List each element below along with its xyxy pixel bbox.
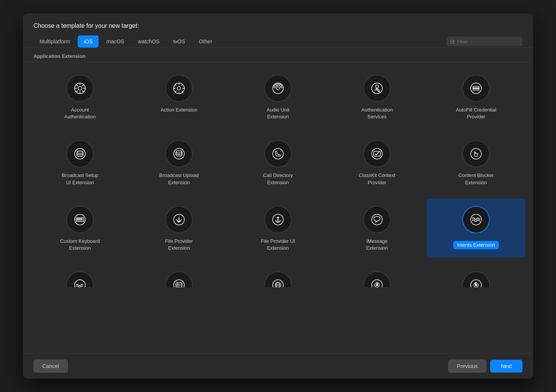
template-grid-row3: Custom KeyboardExtension File ProviderEx… xyxy=(26,195,530,261)
svg-point-1 xyxy=(78,86,82,90)
tab-macos[interactable]: macOS xyxy=(100,35,130,48)
item-call-directory-extension[interactable]: Call DirectoryExtension xyxy=(228,132,328,192)
svg-rect-51 xyxy=(79,220,81,220)
filter-box: ⊟ xyxy=(446,37,522,46)
svg-line-19 xyxy=(175,91,176,92)
icon-custom-keyboard-extension xyxy=(66,206,94,233)
icon-call-directory-extension xyxy=(264,140,292,167)
svg-point-55 xyxy=(372,214,382,225)
item-authentication-services[interactable]: AuthenticationServices xyxy=(328,67,427,126)
template-grid-row2: Broadcast SetupUI Extension Broadcast Up… xyxy=(26,129,530,195)
icon-file-provider-ui-extension xyxy=(264,206,292,233)
item-broadcast-upload-extension[interactable]: Broadcast UploadExtension xyxy=(129,132,228,192)
label-intents-extension: Intents Extension xyxy=(453,241,499,249)
svg-point-75 xyxy=(475,284,477,286)
label-custom-keyboard-extension: Custom KeyboardExtension xyxy=(60,238,100,252)
label-call-directory-extension: Call DirectoryExtension xyxy=(263,172,293,186)
label-file-provider-ui-extension: File Provider UIExtension xyxy=(261,238,295,252)
main-content[interactable]: Application Extension xyxy=(23,48,533,353)
svg-point-33 xyxy=(75,148,85,159)
template-grid-partial xyxy=(26,261,530,287)
icon-partial-3 xyxy=(264,271,292,287)
svg-line-16 xyxy=(175,84,176,86)
item-classkit-context-provider[interactable]: ClassKit ContextProvider xyxy=(328,132,427,192)
item-partial-4[interactable] xyxy=(328,264,427,287)
svg-point-32 xyxy=(478,88,479,89)
section-header: Application Extension xyxy=(26,48,530,62)
cancel-button[interactable]: Cancel xyxy=(34,360,68,373)
svg-point-31 xyxy=(476,88,477,89)
svg-point-48 xyxy=(81,218,82,219)
previous-button[interactable]: Previous xyxy=(448,360,486,373)
item-partial-1[interactable] xyxy=(30,264,129,287)
svg-point-35 xyxy=(174,148,184,159)
label-file-provider-extension: File ProviderExtension xyxy=(165,238,193,252)
content-area: Application Extension xyxy=(23,48,533,353)
tab-watchos[interactable]: watchOS xyxy=(132,35,166,48)
label-broadcast-setup-ui-extension: Broadcast SetupUI Extension xyxy=(62,172,98,186)
icon-broadcast-upload-extension xyxy=(165,140,193,167)
icon-account-authentication xyxy=(66,75,94,102)
item-content-blocker-extension[interactable]: Content BlockerExtension xyxy=(427,132,526,192)
icon-partial-2 xyxy=(165,271,193,287)
svg-point-49 xyxy=(77,220,78,220)
tab-ios[interactable]: iOS xyxy=(78,35,99,48)
svg-point-11 xyxy=(177,87,181,90)
icon-audio-unit-extension xyxy=(264,75,292,102)
item-custom-keyboard-extension[interactable]: Custom KeyboardExtension xyxy=(30,198,129,258)
svg-point-52 xyxy=(81,220,82,220)
next-button[interactable]: Next xyxy=(490,360,522,373)
platform-tabs: Multiplatform iOS macOS watchOS tvOS Oth… xyxy=(34,35,218,48)
dialog-footer: Cancel Previous Next xyxy=(23,353,533,379)
icon-content-blocker-extension xyxy=(462,140,490,167)
svg-point-63 xyxy=(273,280,283,287)
icon-intents-extension xyxy=(462,206,490,233)
icon-partial-4 xyxy=(363,271,391,287)
svg-point-37 xyxy=(273,148,283,159)
filter-icon: ⊟ xyxy=(450,38,455,45)
item-intents-extension[interactable]: Intents Extension xyxy=(427,198,526,258)
icon-autofill-credential-provider xyxy=(462,75,490,102)
svg-line-7 xyxy=(82,91,84,92)
item-account-authentication[interactable]: AccountAuthentication xyxy=(30,67,129,126)
dialog-title: Choose a template for your new target: xyxy=(23,13,533,35)
title-text: Choose a template for your new target: xyxy=(34,22,139,29)
svg-point-47 xyxy=(80,218,81,219)
item-partial-2[interactable] xyxy=(129,264,228,287)
icon-action-extension xyxy=(165,75,193,102)
item-partial-3[interactable] xyxy=(228,264,328,287)
svg-point-21 xyxy=(276,87,280,90)
label-action-extension: Action Extension xyxy=(161,107,198,113)
icon-imessage-extension xyxy=(363,206,391,233)
label-audio-unit-extension: Audio UnitExtension xyxy=(267,107,289,120)
tab-tvos[interactable]: tvOS xyxy=(167,35,191,48)
icon-partial-1 xyxy=(66,271,94,287)
template-grid-row1: AccountAuthentication xyxy=(26,64,530,129)
tabs-bar: Multiplatform iOS macOS watchOS tvOS Oth… xyxy=(23,35,533,48)
item-file-provider-ui-extension[interactable]: File Provider UIExtension xyxy=(228,198,328,258)
filter-input[interactable] xyxy=(457,39,519,45)
item-partial-5[interactable] xyxy=(427,264,526,287)
footer-right-buttons: Previous Next xyxy=(448,360,522,373)
tab-other[interactable]: Other xyxy=(193,35,218,48)
svg-point-70 xyxy=(376,284,378,286)
item-action-extension[interactable]: Action Extension xyxy=(129,67,228,126)
svg-point-34 xyxy=(77,151,83,153)
icon-classkit-context-provider xyxy=(363,140,391,167)
item-broadcast-setup-ui-extension[interactable]: Broadcast SetupUI Extension xyxy=(30,132,129,192)
svg-line-9 xyxy=(76,91,78,92)
label-classkit-context-provider: ClassKit ContextProvider xyxy=(359,172,395,186)
item-autofill-credential-provider[interactable]: AutoFill CredentialProvider xyxy=(427,67,526,126)
svg-line-6 xyxy=(76,84,78,86)
svg-rect-59 xyxy=(176,283,182,287)
label-authentication-services: AuthenticationServices xyxy=(361,107,393,120)
tab-multiplatform[interactable]: Multiplatform xyxy=(34,35,76,48)
item-imessage-extension[interactable]: iMessageExtension xyxy=(328,198,427,258)
item-file-provider-extension[interactable]: File ProviderExtension xyxy=(129,198,228,258)
item-audio-unit-extension[interactable]: Audio UnitExtension xyxy=(228,67,328,126)
icon-file-provider-extension xyxy=(165,206,193,233)
icon-broadcast-setup-ui-extension xyxy=(66,140,94,167)
label-autofill-credential-provider: AutoFill CredentialProvider xyxy=(456,107,496,120)
svg-point-23 xyxy=(375,85,379,88)
label-imessage-extension: iMessageExtension xyxy=(366,238,388,252)
